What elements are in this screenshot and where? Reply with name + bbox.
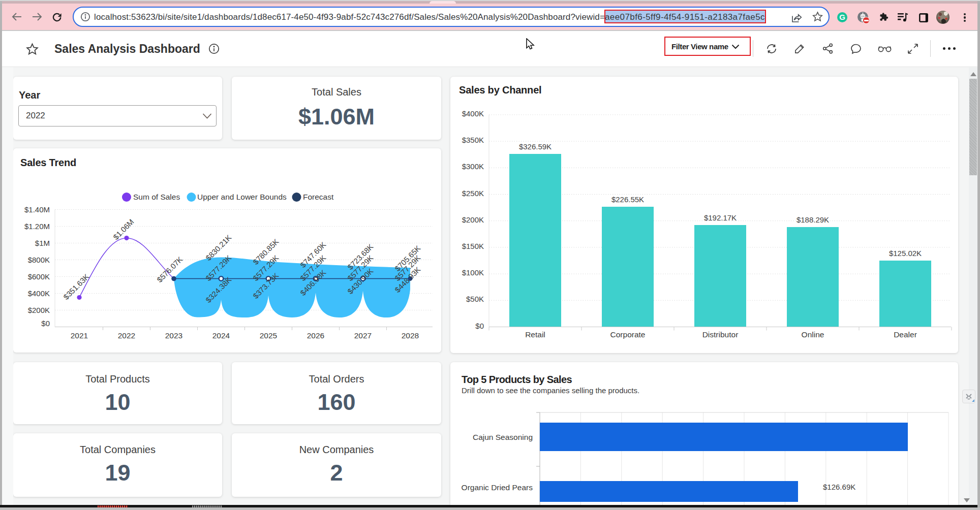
svg-text:$0: $0 bbox=[475, 322, 484, 330]
svg-text:$192.17K: $192.17K bbox=[704, 213, 737, 222]
svg-text:2028: 2028 bbox=[402, 331, 419, 340]
svg-text:Retail: Retail bbox=[525, 330, 545, 339]
svg-text:$1.20M: $1.20M bbox=[24, 222, 50, 231]
svg-text:Organic Dried Pears: Organic Dried Pears bbox=[462, 483, 533, 492]
svg-text:$1M: $1M bbox=[35, 239, 50, 247]
svg-text:Forecast: Forecast bbox=[303, 193, 334, 201]
svg-text:2021: 2021 bbox=[71, 331, 88, 340]
svg-text:$50K: $50K bbox=[466, 295, 484, 303]
svg-text:$350K: $350K bbox=[462, 136, 484, 144]
svg-text:Online: Online bbox=[802, 330, 824, 339]
svg-text:2027: 2027 bbox=[354, 331, 372, 340]
svg-text:$400K: $400K bbox=[462, 109, 484, 118]
svg-text:$1.40M: $1.40M bbox=[24, 205, 50, 214]
svg-text:2022: 2022 bbox=[118, 331, 135, 340]
svg-text:$188.29K: $188.29K bbox=[797, 215, 829, 224]
svg-text:2024: 2024 bbox=[212, 331, 230, 340]
svg-text:Upper and Lower Bounds: Upper and Lower Bounds bbox=[197, 193, 287, 201]
svg-text:Sum of Sales: Sum of Sales bbox=[133, 193, 180, 201]
svg-text:$150K: $150K bbox=[462, 242, 484, 250]
svg-text:$400K: $400K bbox=[28, 289, 50, 298]
svg-text:$250K: $250K bbox=[462, 189, 484, 198]
svg-text:2026: 2026 bbox=[307, 331, 324, 340]
svg-text:2025: 2025 bbox=[260, 331, 277, 340]
svg-text:$226.55K: $226.55K bbox=[611, 195, 644, 204]
svg-text:Corporate: Corporate bbox=[610, 330, 646, 339]
svg-text:Distributor: Distributor bbox=[702, 330, 739, 339]
svg-text:$800K: $800K bbox=[28, 256, 50, 264]
svg-text:$326.59K: $326.59K bbox=[519, 142, 552, 151]
svg-text:$1.06M: $1.06M bbox=[111, 217, 135, 241]
svg-text:Cajun Seasoning: Cajun Seasoning bbox=[473, 433, 533, 441]
svg-text:$200K: $200K bbox=[462, 215, 484, 224]
svg-text:$100K: $100K bbox=[462, 268, 484, 277]
svg-text:$200K: $200K bbox=[28, 306, 50, 314]
svg-text:$125.02K: $125.02K bbox=[889, 249, 922, 258]
svg-text:$600K: $600K bbox=[28, 272, 50, 281]
svg-text:$300K: $300K bbox=[462, 162, 484, 171]
svg-text:2023: 2023 bbox=[165, 331, 182, 340]
svg-text:$0: $0 bbox=[41, 319, 50, 328]
svg-text:$126.69K: $126.69K bbox=[823, 483, 855, 491]
svg-text:Dealer: Dealer bbox=[894, 330, 917, 339]
